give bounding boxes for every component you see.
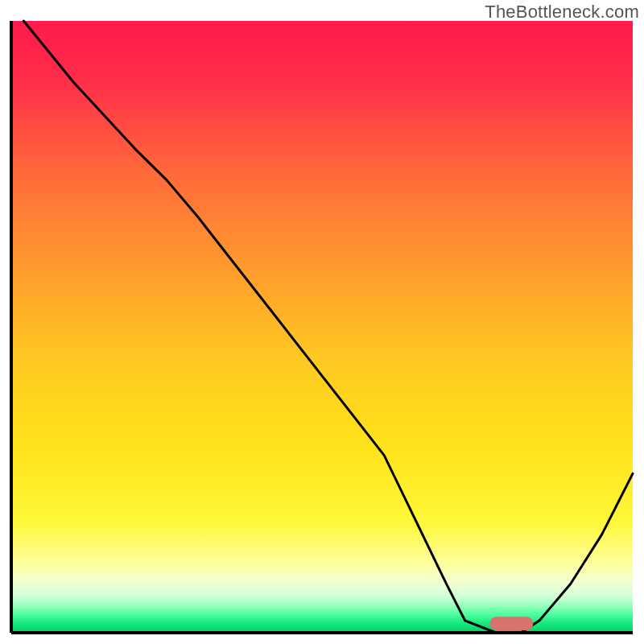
heatmap-background <box>11 21 633 633</box>
optimal-marker <box>489 617 533 630</box>
chart-container: TheBottleneck.com <box>0 0 644 644</box>
bottleneck-chart <box>0 0 644 644</box>
